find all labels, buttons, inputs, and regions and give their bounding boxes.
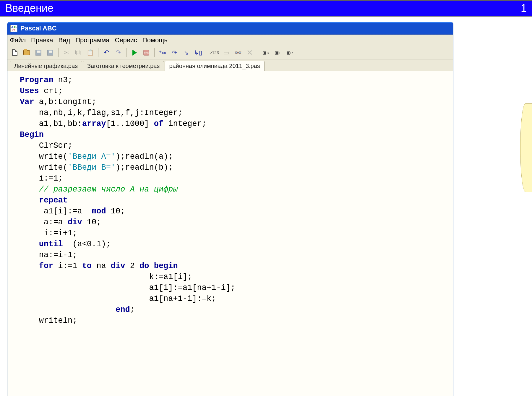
- app-icon: C: [10, 25, 17, 32]
- step-into-button[interactable]: ↘: [181, 48, 191, 58]
- code-text: na,nb,i,k,flag,s1,f,j:Integer;: [20, 108, 183, 117]
- code-editor[interactable]: Program n3; Uses crt; Var a,b:LongInt; n…: [7, 71, 453, 396]
- code-text: [1..1000]: [106, 119, 154, 128]
- toolbar: ✂ ⿻ 📋 ↶ ↷ STOP ⁺∞ ↷ ↘ ↳▯ >123 ▭ 👓 ✕ ▣D ▣…: [7, 46, 453, 59]
- keyword: Uses: [20, 87, 39, 95]
- app-window: C Pascal ABC Файл Правка Вид Программа С…: [7, 22, 453, 396]
- save-all-button[interactable]: [45, 48, 55, 58]
- keyword: begin: [154, 262, 178, 270]
- keyword: mod: [92, 207, 106, 216]
- code-text: a1[i]:=a: [20, 207, 92, 216]
- code-text: a,b:LongInt;: [34, 98, 97, 106]
- keyword: Var: [20, 98, 34, 106]
- keyword: to: [82, 262, 92, 270]
- file-tab[interactable]: Линейные графика.pas: [10, 61, 82, 71]
- toolbar-separator: [258, 48, 258, 57]
- keyword: div: [111, 262, 125, 270]
- step-over-button[interactable]: ↷: [169, 48, 179, 58]
- keyword: end: [116, 305, 130, 314]
- add-watch-button[interactable]: ⁺∞: [158, 48, 168, 58]
- toolbar-separator: [206, 48, 206, 57]
- stop-button[interactable]: STOP: [141, 48, 151, 58]
- menu-file[interactable]: Файл: [10, 36, 26, 44]
- code-text: a1,b1,bb:: [20, 119, 82, 128]
- menubar: Файл Правка Вид Программа Сервис Помощь: [7, 35, 453, 46]
- keyword: div: [68, 218, 82, 227]
- toolbar-separator: [154, 48, 155, 57]
- keyword: until: [39, 240, 63, 249]
- code-text: a1[na+1-i]:=k;: [20, 294, 216, 303]
- new-file-button[interactable]: [10, 48, 20, 58]
- code-text: i:=i+1;: [20, 229, 77, 238]
- keyword: array: [82, 119, 106, 128]
- view-button[interactable]: 👓: [233, 48, 243, 58]
- keyword: Program: [20, 76, 53, 85]
- slide-header: Введение 1: [0, 0, 532, 17]
- cut-button[interactable]: ✂: [61, 48, 72, 58]
- debug-l-button[interactable]: ▣L: [273, 48, 283, 58]
- tabbar: Линейные графика.pas Заготовка к геометр…: [7, 59, 453, 71]
- menu-program[interactable]: Программа: [75, 36, 109, 44]
- code-text: i:=1: [53, 262, 82, 270]
- keyword: repeat: [39, 196, 68, 205]
- string-literal: 'ВВеди B=': [68, 163, 116, 172]
- code-text: a1[i]:=a1[na+1-i];: [20, 283, 235, 292]
- file-tab-active[interactable]: районная олимпиада 2011_3.pas: [165, 61, 264, 71]
- keyword: of: [154, 119, 163, 128]
- toolbar-separator: [126, 48, 126, 57]
- code-text: a:=a: [20, 218, 68, 227]
- run-button[interactable]: [129, 48, 140, 58]
- open-file-button[interactable]: [22, 48, 32, 58]
- sticky-note: [520, 103, 532, 192]
- titlebar: C Pascal ABC: [7, 22, 453, 35]
- code-text: 10;: [82, 218, 101, 227]
- save-button[interactable]: [33, 48, 43, 58]
- file-tab[interactable]: Заготовка к геометрии.pas: [83, 61, 164, 71]
- slide-number: 1: [521, 2, 527, 14]
- code-text: ClrScr;: [20, 141, 72, 150]
- toolbar-separator: [58, 48, 59, 57]
- debug-d-button[interactable]: ▣D: [261, 48, 271, 58]
- copy-button[interactable]: ⿻: [73, 48, 83, 58]
- code-text: integer;: [163, 119, 207, 128]
- keyword: Begin: [20, 130, 44, 139]
- code-text: na: [92, 262, 111, 270]
- close-button[interactable]: ✕: [245, 48, 255, 58]
- toolbar-separator: [98, 48, 98, 57]
- code-text: 10;: [106, 207, 125, 216]
- code-text: write(: [20, 163, 68, 172]
- code-text: n3;: [53, 76, 72, 85]
- string-literal: 'Введи A=': [68, 152, 116, 161]
- keyword: for: [39, 262, 53, 270]
- code-text: i:=1;: [20, 174, 63, 183]
- menu-edit[interactable]: Правка: [31, 36, 53, 44]
- undo-button[interactable]: ↶: [101, 48, 111, 58]
- slide-title: Введение: [5, 2, 53, 14]
- paste-button[interactable]: 📋: [85, 48, 95, 58]
- code-text: ;: [130, 305, 135, 314]
- window-button[interactable]: ▭: [221, 48, 231, 58]
- window-title: Pascal ABC: [20, 25, 57, 32]
- menu-help[interactable]: Помощь: [142, 36, 168, 44]
- code-text: writeln;: [20, 316, 77, 325]
- code-text: );readln(a);: [116, 152, 173, 161]
- code-text: k:=a1[i];: [20, 273, 192, 281]
- menu-view[interactable]: Вид: [58, 36, 70, 44]
- watch-button[interactable]: >123: [209, 48, 219, 58]
- menu-tools[interactable]: Сервис: [115, 36, 137, 44]
- code-text: );readln(b);: [116, 163, 173, 172]
- code-text: crt;: [39, 87, 63, 95]
- keyword: do: [140, 262, 149, 270]
- trace-button[interactable]: ↳▯: [193, 48, 203, 58]
- code-text: (a<0.1);: [63, 240, 111, 249]
- code-text: na:=i-1;: [20, 251, 77, 259]
- code-text: write(: [20, 152, 68, 161]
- redo-button[interactable]: ↷: [113, 48, 123, 58]
- debug-r-button[interactable]: ▣R: [285, 48, 295, 58]
- comment: // разрезаем число A на цифры: [20, 185, 178, 194]
- code-text: 2: [125, 262, 140, 270]
